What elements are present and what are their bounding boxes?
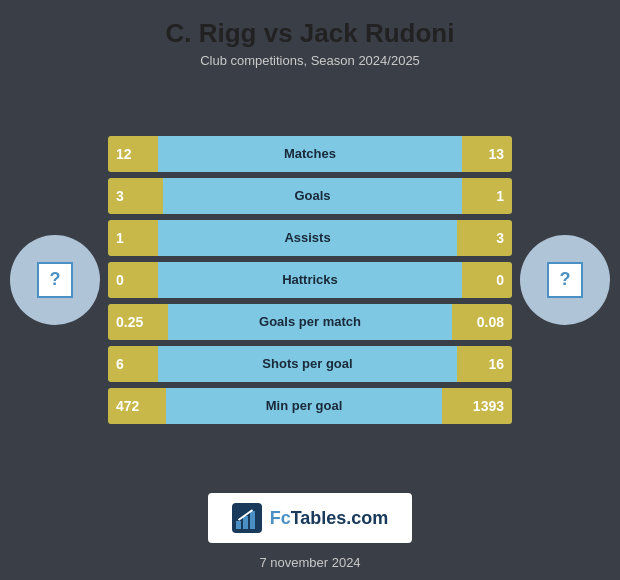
stat-left-bar-2: 1 [108,220,158,256]
fctables-icon [232,503,262,533]
stat-left-bar-1: 3 [108,178,163,214]
stat-right-bar-2: 3 [457,220,512,256]
stat-right-val-2: 3 [496,230,504,246]
stat-label-3: Hattricks [158,262,462,298]
stat-right-val-0: 13 [488,146,504,162]
stat-row-4: 0.25 Goals per match 0.08 [108,304,512,340]
stat-left-bar-0: 12 [108,136,158,172]
stat-label-4: Goals per match [168,304,452,340]
svg-rect-1 [236,521,241,529]
stat-right-val-5: 16 [488,356,504,372]
stat-left-val-1: 3 [116,188,124,204]
stat-label-0: Matches [158,136,462,172]
svg-rect-3 [250,511,255,529]
footer-date: 7 november 2024 [259,547,360,580]
stat-label-1: Goals [163,178,462,214]
stat-left-bar-5: 6 [108,346,158,382]
stat-left-val-5: 6 [116,356,124,372]
right-avatar: ? [520,235,610,325]
main-content: ? 12 Matches 13 3 Goals 1 1 [0,74,620,485]
stat-right-bar-0: 13 [462,136,512,172]
stat-left-bar-3: 0 [108,262,158,298]
svg-rect-2 [243,516,248,529]
stat-label-2: Assists [158,220,457,256]
stat-right-val-6: 1393 [473,398,504,414]
stat-left-bar-4: 0.25 [108,304,168,340]
stat-left-val-0: 12 [116,146,132,162]
subtitle: Club competitions, Season 2024/2025 [20,53,600,68]
stat-row-2: 1 Assists 3 [108,220,512,256]
stat-row-0: 12 Matches 13 [108,136,512,172]
stat-left-val-2: 1 [116,230,124,246]
stat-row-1: 3 Goals 1 [108,178,512,214]
stat-label-6: Min per goal [166,388,442,424]
logo-text: FcTables.com [270,508,389,529]
stat-left-val-3: 0 [116,272,124,288]
stat-right-bar-3: 0 [462,262,512,298]
stat-right-val-1: 1 [496,188,504,204]
stat-row-5: 6 Shots per goal 16 [108,346,512,382]
stat-row-6: 472 Min per goal 1393 [108,388,512,424]
left-avatar: ? [10,235,100,325]
stat-right-bar-5: 16 [457,346,512,382]
stat-right-bar-1: 1 [462,178,512,214]
stat-right-bar-4: 0.08 [452,304,512,340]
right-avatar-placeholder: ? [547,262,583,298]
stat-left-val-6: 472 [116,398,139,414]
logo-box: FcTables.com [208,493,413,543]
header: C. Rigg vs Jack Rudoni Club competitions… [0,0,620,74]
stat-right-bar-6: 1393 [442,388,512,424]
stat-right-val-3: 0 [496,272,504,288]
stat-row-3: 0 Hattricks 0 [108,262,512,298]
left-avatar-placeholder: ? [37,262,73,298]
logo-area: FcTables.com [0,485,620,547]
page-title: C. Rigg vs Jack Rudoni [20,18,600,49]
stat-right-val-4: 0.08 [477,314,504,330]
stat-left-val-4: 0.25 [116,314,143,330]
stats-container: 12 Matches 13 3 Goals 1 1 Assists [100,136,520,424]
stat-left-bar-6: 472 [108,388,166,424]
stat-label-5: Shots per goal [158,346,457,382]
